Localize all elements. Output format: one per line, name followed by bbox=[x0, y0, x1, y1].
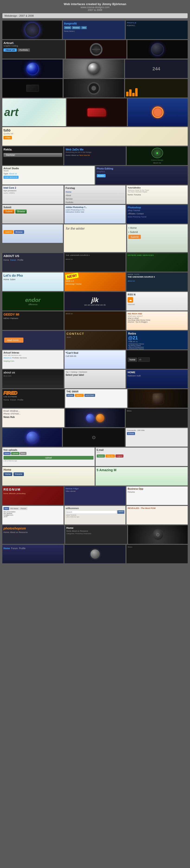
photoedit-btn[interactable]: Button bbox=[97, 174, 106, 177]
fu-romi-btn[interactable]: Romi bbox=[20, 452, 27, 455]
retire-age: @21 bbox=[128, 335, 187, 341]
ps-home[interactable]: Home bbox=[3, 531, 9, 533]
cell-home-forums: Home Home Forums bbox=[2, 467, 94, 486]
fired-profile[interactable]: Profile bbox=[18, 399, 23, 401]
fu-upload-area[interactable]: Upload bbox=[3, 456, 93, 460]
rich-opinion: What's your opinion? bbox=[128, 315, 187, 317]
artcurl-nav: About US Portfolio bbox=[3, 49, 64, 52]
artcurl2-about[interactable]: About us bbox=[9, 173, 17, 175]
ps-contact[interactable]: Contact bbox=[136, 213, 144, 215]
nav-portfolio[interactable]: Portfolio bbox=[66, 201, 125, 204]
firefox-icon bbox=[152, 106, 164, 118]
cell-about-us: about uS Home Forum Profile bbox=[2, 253, 63, 272]
sb-browse-btn[interactable]: Browse bbox=[15, 210, 27, 214]
hs-submit[interactable]: • Submit bbox=[128, 230, 187, 234]
smart-home[interactable]: HOME bbox=[66, 394, 74, 397]
geedy-partners[interactable]: Partners bbox=[10, 317, 18, 319]
wk-search-btn[interactable]: Search bbox=[117, 510, 124, 514]
web2ads-next[interactable]: Next new Ad bbox=[79, 154, 90, 156]
home-dark-btn[interactable]: home bbox=[128, 358, 137, 362]
tab-forum[interactable]: Forum bbox=[20, 507, 27, 510]
row-3: 244 bbox=[2, 60, 188, 78]
ai-portfolio[interactable]: Portfolio bbox=[12, 357, 19, 359]
about-profile[interactable]: Profile bbox=[18, 259, 23, 261]
ldp-home[interactable]: Home bbox=[3, 278, 9, 281]
email-standby[interactable]: Standby bbox=[106, 455, 115, 458]
hs-btn[interactable]: Submit bbox=[128, 235, 141, 239]
ldp-subm[interactable]: Subm bbox=[10, 278, 16, 281]
ps-resource[interactable]: Resource bbox=[19, 531, 28, 533]
hf-home-btn[interactable]: Home bbox=[3, 472, 12, 476]
artcurl2-title: Artcurl Studio bbox=[3, 167, 93, 170]
artcurl-portfolio[interactable]: Portfolio bbox=[18, 49, 30, 52]
fp-forum[interactable]: Forum bbox=[11, 547, 18, 550]
liveprofit-nav-browse[interactable]: Browse bbox=[72, 26, 81, 29]
fu-home-btn[interactable]: Home bbox=[3, 452, 11, 455]
hr-resource[interactable]: Resource bbox=[80, 530, 88, 532]
web2ads-home[interactable]: Home bbox=[66, 154, 71, 156]
row-2: Artcurl. Graphic Coding About US Portfol… bbox=[2, 40, 188, 59]
sb-submit-btn[interactable]: Submit bbox=[3, 210, 15, 214]
regnum-diffundio[interactable]: diffundio bbox=[9, 492, 16, 495]
fp-profile[interactable]: Profile bbox=[19, 547, 26, 550]
tab-him[interactable]: Him bbox=[3, 507, 9, 510]
hf-forums-btn[interactable]: Forums bbox=[13, 472, 24, 476]
ai-about[interactable]: About us bbox=[3, 357, 11, 359]
cell-dark-wheel bbox=[63, 79, 124, 97]
smart-about[interactable]: ABOUT bbox=[75, 394, 84, 397]
home-dark-input[interactable]: ab bbox=[138, 358, 150, 362]
regnum-home[interactable]: home bbox=[3, 492, 8, 495]
cell-dark-bottom: ⊙ bbox=[128, 525, 188, 544]
about-forum[interactable]: Forum bbox=[10, 259, 16, 261]
web2ads-about[interactable]: About us bbox=[71, 154, 79, 156]
cell-geedy: GEEDY MI MENU Partners bbox=[2, 311, 63, 330]
liveprofit-bar: | bbox=[74, 30, 75, 32]
hr-about[interactable]: About us bbox=[72, 530, 79, 532]
comments-btn1[interactable]: 0Three bbox=[127, 432, 135, 435]
about-home[interactable]: Home bbox=[3, 259, 9, 261]
cell-artcurl: Artcurl. Graphic Coding About US Portfol… bbox=[2, 40, 65, 59]
cell-car-interior bbox=[66, 40, 126, 59]
nav-service[interactable]: Service bbox=[66, 197, 125, 201]
reklam-btn[interactable]: Startidan bbox=[3, 153, 62, 157]
read-more-btn[interactable]: read more... bbox=[4, 338, 23, 343]
email-logout[interactable]: Logout bbox=[115, 455, 124, 458]
cell-tutorialindex: TutorialIndex Welcome Come To Our Tutor!… bbox=[127, 185, 188, 204]
nav-home[interactable]: Home bbox=[66, 190, 125, 194]
s2-submit[interactable]: Submit bbox=[3, 230, 13, 234]
regnum-productkey[interactable]: productkey bbox=[17, 492, 26, 495]
home-blue-nav1[interactable]: fraktivert bbox=[128, 375, 136, 377]
hs-home[interactable]: • Home bbox=[128, 226, 187, 229]
ps-about-us[interactable]: About us bbox=[10, 531, 18, 533]
fired-forum[interactable]: Forum bbox=[10, 399, 16, 401]
s2-browse[interactable]: Browse bbox=[14, 230, 24, 234]
home-blue-nav2[interactable]: truth bbox=[137, 375, 141, 377]
email-darken[interactable]: Darken bbox=[97, 455, 105, 458]
wk-search-input[interactable] bbox=[66, 510, 117, 514]
unknown-title: THE UNKNOWN SOURCE 0 bbox=[66, 254, 125, 256]
tutorial-btn[interactable]: +Han bbox=[3, 136, 12, 140]
fp-home[interactable]: Home bbox=[3, 547, 10, 550]
fu-upload-btn[interactable]: Upload bbox=[11, 452, 19, 455]
biz-forums[interactable]: Forums bbox=[128, 491, 135, 493]
artcurl2-type[interactable]: Type bbox=[3, 173, 8, 175]
artcurl2-service[interactable]: OUR SERVICE bbox=[3, 176, 19, 179]
smart-hosting[interactable]: HOSTING bbox=[84, 394, 95, 397]
fired-home[interactable]: Home bbox=[3, 399, 9, 401]
dark-brown-text: about us bbox=[66, 313, 125, 315]
liveprofit-nav-home[interactable]: Home bbox=[64, 26, 71, 29]
catalog-main: Select your label bbox=[66, 374, 125, 376]
tab-rsnews[interactable]: RS News bbox=[9, 507, 19, 510]
geedy-menu[interactable]: MENU bbox=[3, 317, 10, 319]
amor-title: AMOR TUTO bbox=[128, 274, 187, 275]
ai-services[interactable]: Services bbox=[20, 357, 27, 359]
liveprofit-nav-search[interactable]: Sea bbox=[81, 26, 87, 29]
intel-detail: cache, 133MHz bbox=[3, 192, 62, 194]
cell-nav-sidebar: Foretag Home About Service Portfolio bbox=[64, 185, 126, 204]
tutindex-home[interactable]: home bbox=[128, 193, 133, 196]
nav-about[interactable]: About bbox=[66, 194, 125, 197]
tutindex-forums[interactable]: Forums bbox=[134, 193, 141, 196]
hr-home[interactable]: Home bbox=[66, 530, 71, 532]
ps-affiliates[interactable]: Affiliates bbox=[128, 213, 135, 215]
artcurl-about[interactable]: About US bbox=[3, 49, 17, 52]
